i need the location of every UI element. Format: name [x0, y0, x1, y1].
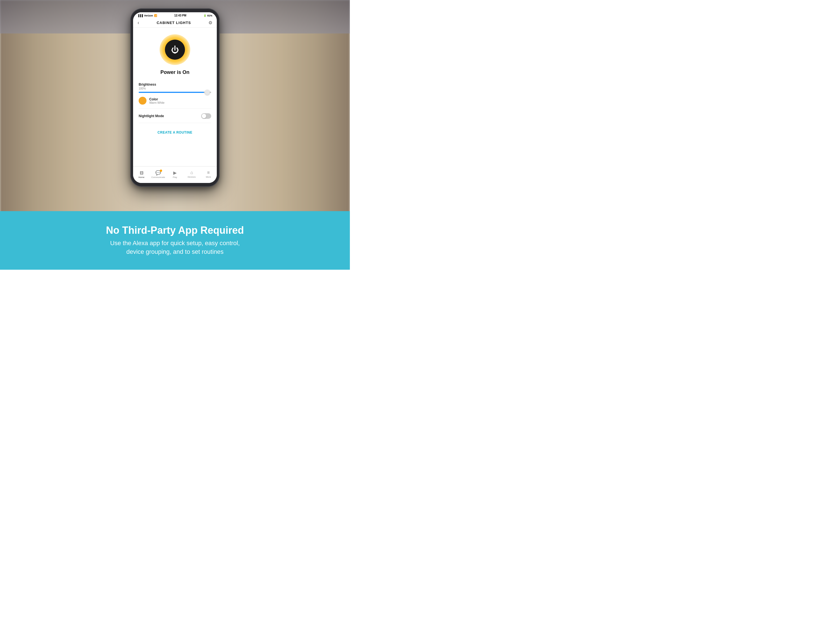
- nightlight-label: Nightlight Mode: [139, 114, 164, 118]
- settings-button[interactable]: ⚙: [208, 20, 212, 25]
- brightness-label: Brightness: [139, 82, 211, 87]
- status-battery: 🔋 81%: [204, 14, 212, 17]
- power-section: ⏻ Power is On: [133, 28, 217, 79]
- play-label: Play: [173, 176, 177, 179]
- color-dot: [139, 97, 146, 105]
- color-value: Warm White: [149, 101, 165, 104]
- brightness-value: 100%: [139, 87, 211, 90]
- routine-label: CREATE A ROUTINE: [158, 131, 192, 134]
- brightness-section: Brightness 100%: [139, 82, 211, 93]
- devices-icon: ⌂: [190, 170, 193, 175]
- phone-scene: ▐▐▐ Verizon 📶 12:43 PM 🔋 81% ‹ CABINET L…: [77, 0, 272, 212]
- app-header: ‹ CABINET LIGHTS ⚙: [133, 18, 217, 28]
- signal-icon: ▐▐▐: [138, 14, 143, 17]
- color-info: Color Warm White: [149, 97, 165, 104]
- battery-label: 81%: [207, 14, 212, 17]
- nightlight-section: Nightlight Mode: [139, 113, 211, 123]
- tab-home[interactable]: ⊟ Home: [133, 170, 150, 179]
- brightness-slider-thumb[interactable]: [205, 90, 210, 95]
- tab-devices[interactable]: ⌂ Devices: [183, 170, 200, 178]
- phone-screen: ▐▐▐ Verizon 📶 12:43 PM 🔋 81% ‹ CABINET L…: [133, 12, 217, 183]
- home-label: Home: [138, 176, 144, 179]
- tab-communicate[interactable]: 💬 Communicate: [150, 170, 167, 179]
- power-status: Power is On: [161, 69, 189, 75]
- wifi-icon: 📶: [154, 14, 157, 17]
- status-time: 12:43 PM: [174, 14, 186, 17]
- banner-title: No Third-Party App Required: [106, 224, 244, 236]
- status-bar: ▐▐▐ Verizon 📶 12:43 PM 🔋 81%: [133, 12, 217, 18]
- bottom-banner: No Third-Party App Required Use the Alex…: [0, 211, 350, 270]
- tab-play[interactable]: ▶ Play: [167, 170, 183, 179]
- color-section[interactable]: Color Warm White: [139, 97, 211, 109]
- color-label: Color: [149, 97, 165, 101]
- create-routine-button[interactable]: CREATE A ROUTINE: [139, 128, 211, 137]
- app-title: CABINET LIGHTS: [156, 21, 191, 25]
- communicate-badge: [160, 170, 162, 172]
- more-icon: ≡: [207, 170, 210, 175]
- devices-label: Devices: [188, 176, 195, 178]
- phone-frame: ▐▐▐ Verizon 📶 12:43 PM 🔋 81% ‹ CABINET L…: [130, 8, 220, 187]
- nightlight-toggle[interactable]: [201, 113, 211, 119]
- status-carrier: ▐▐▐ Verizon 📶: [138, 14, 157, 17]
- content-area: Brightness 100% Color Warm White: [133, 79, 217, 141]
- banner-subtitle: Use the Alexa app for quick setup, easy …: [110, 239, 240, 256]
- play-icon: ▶: [173, 170, 177, 175]
- back-button[interactable]: ‹: [138, 20, 139, 26]
- tab-more[interactable]: ≡ More: [200, 170, 217, 178]
- tab-bar: ⊟ Home 💬 Communicate ▶ Play ⌂ Devic: [133, 166, 217, 183]
- power-button[interactable]: ⏻: [165, 39, 185, 60]
- communicate-label: Communicate: [151, 176, 165, 179]
- home-icon: ⊟: [140, 170, 143, 175]
- brightness-slider-track[interactable]: [139, 92, 211, 93]
- power-glow: ⏻: [159, 34, 190, 65]
- battery-icon: 🔋: [204, 14, 207, 17]
- communicate-icon-wrapper: 💬: [155, 170, 161, 175]
- more-label: More: [206, 176, 211, 178]
- power-icon: ⏻: [171, 45, 179, 54]
- toggle-knob: [202, 114, 206, 118]
- carrier-label: Verizon: [144, 14, 153, 17]
